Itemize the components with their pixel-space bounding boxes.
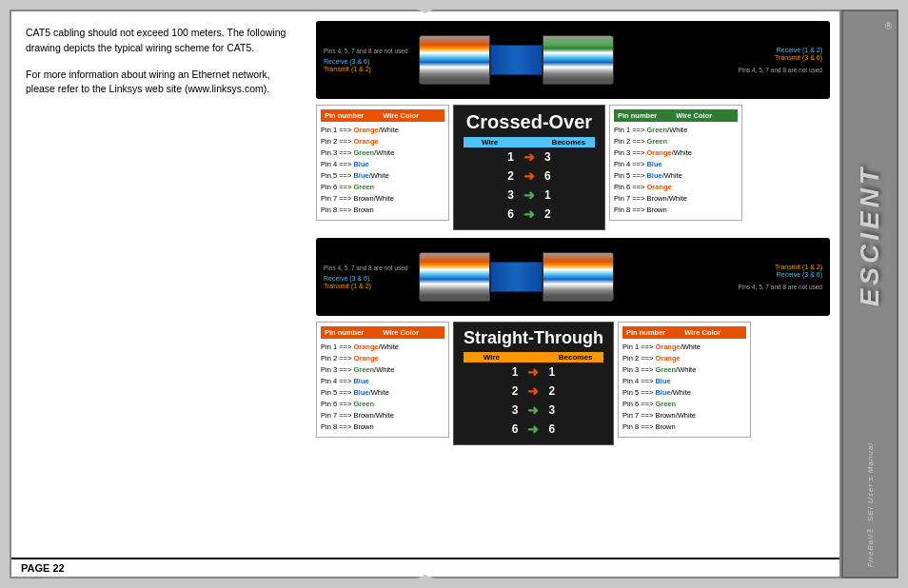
straight-table-header: Wire Becomes: [464, 352, 603, 363]
straight-arrow-4: ➜: [527, 421, 539, 437]
transmit-left: Transmit (1 & 2): [324, 66, 419, 72]
fireball-subtitle: FireBall™ SEI User's Manual: [866, 442, 875, 567]
pin-rows-right-crossed: Pin 1 ==> Green/White Pin 2 ==> Green Pi…: [614, 125, 738, 216]
cable-area-2: [419, 242, 708, 312]
sidebar: ® ESCIENT FireBall™ SEI User's Manual: [841, 10, 898, 578]
brand-name: ESCIENT: [855, 165, 885, 306]
pin-note-bottom-right-2: Pins 4, 5, 7 and 8 are not used: [738, 284, 822, 290]
transmit-right-2: Transmit (1 & 2): [775, 264, 822, 270]
pin-note-top-left: Pins 4, 5, 7 and 8 are not used: [324, 48, 419, 54]
right-panel: Pins 4, 5, 7 and 8 are not used Receive …: [316, 21, 830, 548]
straight-arrow-2: ➜: [527, 383, 539, 399]
pin-note-top-left-2: Pins 4, 5, 7 and 8 are not used: [324, 265, 419, 271]
straight-row-1: 1 ➜ 1: [464, 363, 603, 382]
cat5-description: CAT5 cabling should not exceed 100 meter…: [26, 26, 302, 56]
transmit-right-1: Transmit (3 & 6): [775, 54, 822, 61]
left-panel: CAT5 cabling should not exceed 100 meter…: [21, 21, 306, 548]
page-footer: PAGE 22: [11, 558, 839, 577]
linksys-info: For more information about wiring an Eth…: [26, 68, 302, 98]
cross-row-3: 3 ➜ 1: [464, 186, 595, 205]
pin-note-bottom-right: Pins 4, 5, 7 and 8 are not used: [738, 67, 822, 73]
cross-row-1: 1 ➜ 3: [464, 147, 595, 167]
page-body: CAT5 cabling should not exceed 100 meter…: [11, 11, 839, 558]
registered-mark: ®: [885, 21, 892, 31]
crossed-over-title: Crossed-Over: [464, 111, 595, 133]
crossed-over-box: Crossed-Over Wire Becomes 1 ➜ 3 2 ➜: [453, 105, 605, 230]
pin-rows-left-crossed: Pin 1 ==> Orange/White Pin 2 ==> Orange …: [321, 125, 444, 216]
pin-table-header-left-crossed: Pin number Wire Color: [321, 109, 444, 122]
pin-table-right-crossed: Pin number Wire Color Pin 1 ==> Green/Wh…: [609, 105, 742, 221]
crossed-over-section: Pin number Wire Color Pin 1 ==> Orange/W…: [316, 105, 830, 230]
straight-arrow-3: ➜: [527, 402, 539, 418]
receive-left-2: Receive (3 & 6): [324, 275, 419, 282]
straight-through-section: Pin number Wire Color Pin 1 ==> Orange/W…: [316, 322, 830, 445]
cross-arrow-4: ➜: [523, 206, 535, 222]
chevron-bottom: [397, 575, 454, 588]
straight-row-3: 3 ➜ 3: [464, 401, 603, 420]
pin-table-left-straight: Pin number Wire Color Pin 1 ==> Orange/W…: [316, 322, 449, 438]
straight-row-4: 6 ➜ 6: [464, 420, 603, 439]
receive-left: Receive (3 & 6): [324, 58, 419, 65]
straight-row-2: 2 ➜ 2: [464, 382, 603, 401]
wiring-diagram-1: Pins 4, 5, 7 and 8 are not used Receive …: [316, 21, 830, 99]
cross-arrow-1: ➜: [523, 149, 535, 165]
pin-table-right-straight: Pin number Wire Color Pin 1 ==> Orange/W…: [618, 322, 751, 438]
pin-table-header-right-straight: Pin number Wire Color: [622, 326, 746, 339]
cable-area-1: [419, 25, 708, 95]
straight-through-title: Straight-Through: [464, 328, 603, 348]
pin-table-header-left-straight: Pin number Wire Color: [321, 326, 444, 339]
pin-rows-right-straight: Pin 1 ==> Orange/White Pin 2 ==> Orange …: [622, 342, 746, 433]
transmit-left-2: Transmit (1 & 2): [324, 283, 419, 289]
cross-arrow-2: ➜: [523, 168, 535, 184]
main-content: CAT5 cabling should not exceed 100 meter…: [10, 10, 841, 578]
straight-through-box: Straight-Through Wire Becomes 1 ➜ 1 2 ➜: [453, 322, 614, 445]
cross-table-header: Wire Becomes: [464, 137, 595, 147]
page-number: PAGE 22: [21, 562, 65, 574]
cross-arrow-3: ➜: [523, 187, 535, 203]
wiring-diagram-2: Pins 4, 5, 7 and 8 are not used Receive …: [316, 238, 830, 316]
receive-right-1: Receive (1 & 2): [777, 47, 822, 53]
pin-rows-left-straight: Pin 1 ==> Orange/White Pin 2 ==> Orange …: [321, 342, 444, 433]
straight-arrow-1: ➜: [527, 364, 539, 380]
receive-right-2: Receive (3 & 6): [777, 271, 822, 278]
cross-row-4: 6 ➜ 2: [464, 205, 595, 224]
pin-table-left-crossed: Pin number Wire Color Pin 1 ==> Orange/W…: [316, 105, 449, 221]
sidebar-logo: ESCIENT: [855, 36, 885, 435]
pin-table-header-right-crossed: Pin number Wire Color: [614, 109, 738, 122]
cross-row-2: 2 ➜ 6: [464, 167, 595, 186]
